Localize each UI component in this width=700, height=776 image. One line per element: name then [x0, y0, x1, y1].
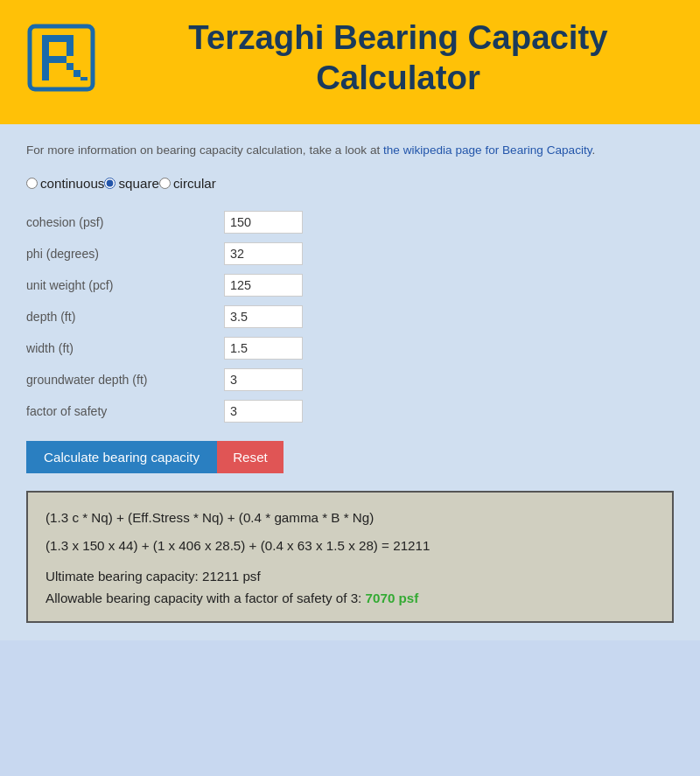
- label-phi: phi (degrees): [26, 240, 219, 268]
- formula-line: (1.3 c * Nq) + (Eff.Stress * Nq) + (0.4 …: [46, 508, 654, 528]
- svg-rect-10: [49, 42, 66, 56]
- calculation-line: (1.3 x 150 x 44) + (1 x 406 x 28.5) + (0…: [46, 536, 654, 556]
- reset-button[interactable]: Reset: [217, 441, 284, 473]
- label-depth: depth (ft): [26, 303, 219, 331]
- label-fos: factor of safety: [26, 397, 219, 425]
- wikipedia-link[interactable]: the wikipedia page for Bearing Capacity: [383, 143, 592, 157]
- radio-continuous-text: continuous: [40, 176, 104, 191]
- form-row-gw_depth: groundwater depth (ft): [26, 366, 674, 394]
- info-text-before: For more information on bearing capacity…: [26, 143, 383, 157]
- input-width[interactable]: [224, 337, 303, 360]
- svg-rect-8: [74, 70, 80, 77]
- input-fos[interactable]: [224, 400, 303, 423]
- radio-circular-text: circular: [173, 176, 216, 191]
- input-depth[interactable]: [224, 305, 303, 328]
- svg-rect-3: [66, 35, 74, 42]
- info-paragraph: For more information on bearing capacity…: [26, 142, 674, 159]
- info-text-after: .: [592, 143, 596, 157]
- radio-continuous[interactable]: [26, 178, 38, 189]
- calculate-button[interactable]: Calculate bearing capacity: [26, 441, 217, 473]
- input-form: cohesion (psf)phi (degrees)unit weight (…: [26, 205, 674, 429]
- form-row-width: width (ft): [26, 334, 674, 362]
- radio-circular-label[interactable]: circular: [159, 176, 216, 191]
- svg-rect-9: [80, 77, 88, 80]
- form-row-cohesion: cohesion (psf): [26, 208, 674, 236]
- radio-square[interactable]: [104, 178, 116, 189]
- form-row-depth: depth (ft): [26, 303, 674, 331]
- input-unit_weight[interactable]: [224, 274, 303, 297]
- svg-rect-2: [49, 35, 66, 42]
- button-row: Calculate bearing capacity Reset: [26, 441, 674, 473]
- form-row-fos: factor of safety: [26, 397, 674, 425]
- foundation-type-group: continuous square circular: [26, 176, 674, 191]
- results-box: (1.3 c * Nq) + (Eff.Stress * Nq) + (0.4 …: [26, 491, 674, 624]
- label-width: width (ft): [26, 334, 219, 362]
- allowable-prefix: Allowable bearing capacity with a factor…: [46, 591, 366, 605]
- radio-circular[interactable]: [159, 178, 171, 189]
- radio-square-label[interactable]: square: [104, 176, 158, 191]
- ultimate-bearing-capacity: Ultimate bearing capacity: 21211 psf: [46, 569, 654, 584]
- form-row-unit_weight: unit weight (pcf): [26, 271, 674, 299]
- logo-icon: [26, 23, 96, 93]
- label-gw_depth: groundwater depth (ft): [26, 366, 219, 394]
- input-cohesion[interactable]: [224, 211, 303, 234]
- form-row-phi: phi (degrees): [26, 240, 674, 268]
- svg-rect-1: [42, 35, 49, 80]
- svg-rect-6: [49, 56, 66, 63]
- input-phi[interactable]: [224, 242, 303, 265]
- allowable-line: Allowable bearing capacity with a factor…: [46, 591, 654, 605]
- svg-rect-4: [66, 42, 74, 49]
- input-gw_depth[interactable]: [224, 368, 303, 391]
- label-cohesion: cohesion (psf): [26, 208, 219, 236]
- allowable-value: 7070 psf: [366, 591, 419, 605]
- main-content: For more information on bearing capacity…: [0, 124, 700, 640]
- header: Terzaghi Bearing Capacity Calculator: [0, 0, 700, 124]
- radio-continuous-label[interactable]: continuous: [26, 176, 104, 191]
- svg-rect-5: [66, 49, 74, 56]
- svg-rect-7: [66, 63, 74, 70]
- label-unit_weight: unit weight (pcf): [26, 271, 219, 299]
- radio-square-text: square: [118, 176, 158, 191]
- page-title: Terzaghi Bearing Capacity Calculator: [122, 17, 674, 98]
